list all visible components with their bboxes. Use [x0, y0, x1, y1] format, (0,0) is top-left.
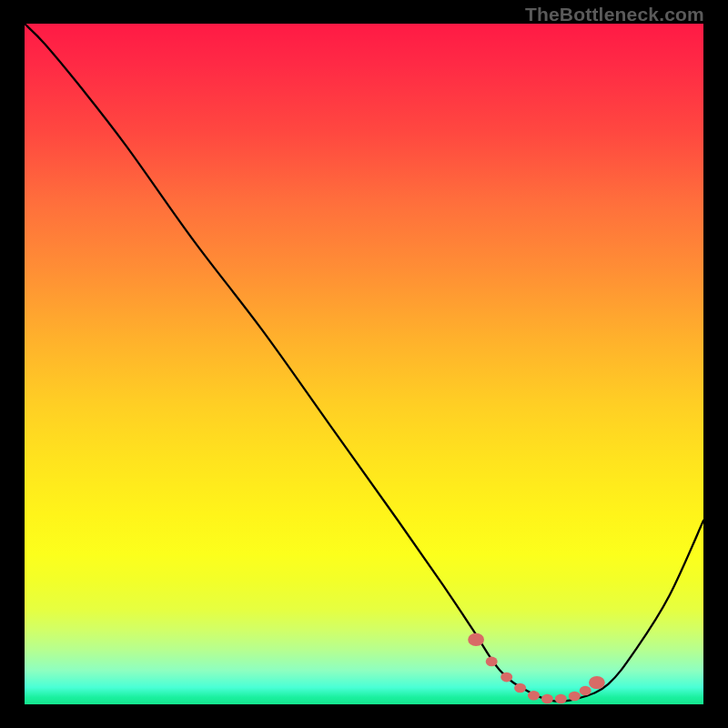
chart-svg — [25, 24, 703, 704]
optimal-range-markers — [468, 633, 605, 704]
optimal-marker — [555, 694, 567, 704]
bottleneck-curve — [25, 24, 703, 702]
optimal-marker — [468, 633, 484, 646]
optimal-marker — [514, 683, 526, 693]
curve-line — [25, 24, 703, 702]
optimal-marker — [569, 692, 581, 702]
chart-frame: TheBottleneck.com — [0, 0, 728, 728]
optimal-marker — [500, 672, 512, 682]
optimal-marker — [486, 657, 498, 667]
plot-area — [25, 24, 703, 704]
watermark-text: TheBottleneck.com — [525, 4, 704, 25]
optimal-marker — [589, 676, 605, 689]
optimal-marker — [528, 691, 540, 701]
optimal-marker — [580, 686, 592, 696]
optimal-marker — [541, 694, 553, 704]
